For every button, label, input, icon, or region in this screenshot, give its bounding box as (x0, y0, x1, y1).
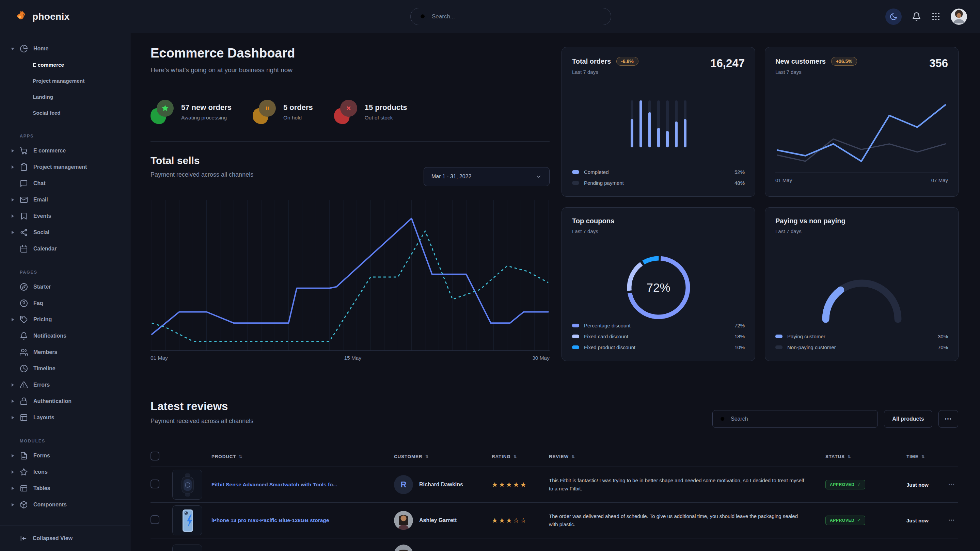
sidebar-item-ecommerce-app[interactable]: E commerce (0, 143, 130, 159)
legend-swatch (572, 170, 579, 174)
sidebar-item-chat[interactable]: Chat (0, 175, 130, 192)
table-icon (20, 484, 28, 492)
row-actions-button[interactable]: ••• (945, 482, 958, 487)
check-icon: ✓ (857, 482, 861, 487)
total-sells-title: Total sells (151, 155, 550, 167)
clock-icon (20, 365, 28, 373)
sidebar-item-email[interactable]: Email (0, 192, 130, 208)
main-content: Ecommerce Dashboard Here's what's going … (131, 33, 980, 551)
column-header-review[interactable]: REVIEW⇅ (549, 454, 826, 459)
row-checkbox[interactable] (151, 480, 159, 488)
sidebar-item-project-management-app[interactable]: Project management (0, 159, 130, 175)
trend-badge: +26.5% (831, 57, 857, 66)
stat-orders-on-hold: 5 orders On hold (253, 100, 313, 124)
product-thumbnail[interactable] (172, 545, 202, 551)
sidebar-item-icons[interactable]: Icons (0, 464, 130, 480)
collapsed-view-toggle[interactable]: Collapsed View (0, 525, 130, 551)
chevron-right-icon (11, 416, 14, 419)
legend-swatch (572, 324, 579, 327)
column-header-status[interactable]: STATUS⇅ (826, 454, 907, 459)
sidebar-section-pages: PAGES (0, 270, 130, 275)
sort-icon: ⇅ (921, 454, 925, 459)
total-orders-legend: Completed 52% Pending payment 48% (572, 167, 745, 188)
product-thumbnail-fitbit[interactable] (172, 470, 202, 500)
total-orders-bar-chart (631, 100, 686, 148)
cart-icon (20, 147, 28, 155)
all-products-filter-button[interactable]: All products (884, 410, 932, 428)
legend-swatch (572, 181, 579, 185)
reviews-more-button[interactable]: ••• (939, 410, 958, 428)
sidebar-item-home-ecommerce[interactable]: E commerce (0, 57, 130, 73)
product-thumbnail-iphone[interactable] (172, 505, 202, 535)
sidebar-item-home-project-management[interactable]: Project management (0, 73, 130, 89)
chevron-right-icon (11, 198, 14, 202)
theme-toggle-button[interactable] (885, 8, 902, 25)
top-coupons-legend: Percentage discount 72% Fixed card disco… (572, 320, 745, 353)
select-all-checkbox[interactable] (151, 452, 159, 460)
row-actions-button[interactable]: ••• (945, 518, 958, 523)
sidebar-item-events[interactable]: Events (0, 208, 130, 224)
notifications-button[interactable] (912, 12, 921, 21)
user-avatar[interactable] (951, 8, 967, 25)
legend-swatch (572, 345, 579, 349)
sidebar-item-errors[interactable]: Errors (0, 377, 130, 393)
product-link[interactable]: Fitbit Sense Advanced Smartwatch with To… (212, 481, 394, 488)
phoenix-flame-icon (13, 10, 27, 24)
sidebar-item-forms[interactable]: Forms (0, 448, 130, 464)
row-checkbox[interactable] (151, 515, 159, 524)
sidebar-item-members[interactable]: Members (0, 344, 130, 360)
order-stats: 57 new orders Awating processing 5 order… (151, 100, 407, 124)
product-link[interactable]: iPhone 13 pro max-Pacific Blue-128GB sto… (212, 517, 394, 524)
column-header-customer[interactable]: CUSTOMER⇅ (394, 454, 492, 459)
customer-name: Richard Dawkins (419, 481, 463, 488)
apps-grid-button[interactable] (931, 12, 940, 21)
sidebar-item-tables[interactable]: Tables (0, 480, 130, 497)
stat-new-orders: 57 new orders Awating processing (151, 100, 232, 124)
column-header-time[interactable]: TIME⇅ (907, 454, 945, 459)
paying-gauge-chart (814, 272, 910, 323)
sidebar-item-components[interactable]: Components (0, 497, 130, 513)
customer-avatar (394, 511, 413, 530)
card-period: Last 7 days (572, 229, 614, 234)
sort-icon: ⇅ (848, 454, 851, 459)
reviews-search[interactable] (712, 410, 878, 428)
clipboard-icon (20, 163, 28, 171)
sidebar-item-authentication[interactable]: Authentication (0, 393, 130, 410)
legend-swatch (572, 335, 579, 338)
x-icon (345, 104, 353, 112)
sidebar-item-home-social-feed[interactable]: Social feed (0, 105, 130, 121)
table-row-partial (151, 538, 958, 551)
sidebar-item-starter[interactable]: Starter (0, 279, 130, 295)
sidebar-item-pricing[interactable]: Pricing (0, 311, 130, 328)
page-title: Ecommerce Dashboard (151, 46, 295, 60)
pause-icon (263, 104, 271, 112)
global-search-input[interactable] (432, 13, 602, 20)
sidebar-item-social[interactable]: Social (0, 224, 130, 241)
sidebar-item-notifications[interactable]: Notifications (0, 328, 130, 344)
lock-icon (20, 397, 28, 405)
box-icon (20, 501, 28, 509)
divider (151, 141, 550, 141)
global-search[interactable] (410, 8, 611, 25)
brand-logo[interactable]: phoenix (13, 0, 70, 33)
sidebar-item-timeline[interactable]: Timeline (0, 360, 130, 377)
sidebar-section-apps: APPS (0, 134, 130, 138)
date-range-select[interactable]: Mar 1 - 31, 2022 (423, 167, 550, 186)
alert-triangle-icon (20, 381, 28, 389)
reviews-search-input[interactable] (731, 416, 871, 422)
brand-name: phoenix (32, 11, 70, 22)
latest-reviews-title: Latest reviews (151, 400, 253, 413)
card-period: Last 7 days (775, 69, 857, 75)
column-header-rating[interactable]: RATING⇅ (492, 454, 549, 459)
sidebar-item-calendar[interactable]: Calendar (0, 241, 130, 257)
sort-icon: ⇅ (571, 454, 575, 459)
chevron-right-icon (11, 214, 14, 218)
file-text-icon (20, 452, 28, 460)
sidebar-item-faq[interactable]: Faq (0, 295, 130, 311)
sidebar-item-home[interactable]: Home (0, 41, 130, 57)
column-header-product[interactable]: PRODUCT⇅ (212, 454, 394, 459)
sidebar-item-home-landing[interactable]: Landing (0, 89, 130, 105)
chevron-right-icon (11, 231, 14, 234)
sidebar-item-layouts[interactable]: Layouts (0, 410, 130, 426)
chevron-right-icon (11, 487, 14, 490)
